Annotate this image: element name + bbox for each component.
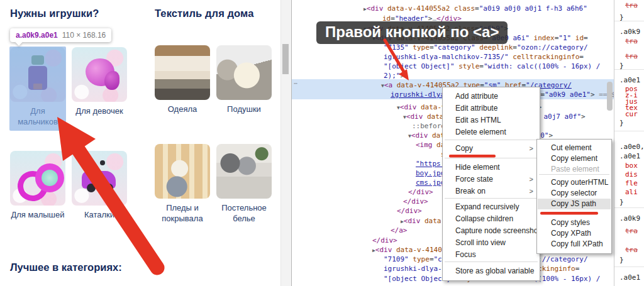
menu-item-expand-recursively[interactable]: Expand recursively [443, 201, 539, 213]
code-token-tag: <div [411, 131, 428, 140]
style-line-sel[interactable]: .a0k9 [619, 215, 640, 223]
menu-item-add-attribute[interactable]: Add attribute [443, 91, 539, 102]
menu-item-collapse-children[interactable]: Collapse children [443, 213, 539, 225]
style-rule-separator [614, 267, 644, 267]
pony-thumbnail[interactable] [72, 47, 127, 102]
code-token-tag: <img [416, 141, 433, 149]
menu-item-copy-js-path[interactable]: Copy JS path [538, 199, 611, 209]
category-tile[interactable]: Пледы и покрывала [155, 144, 210, 224]
menu-item-label: Break on [455, 187, 486, 195]
category-tile[interactable]: Подушки [216, 45, 272, 114]
style-line-prop[interactable]: dis [625, 171, 638, 179]
style-line-prop[interactable]: cur [625, 111, 638, 118]
dom-tree-line[interactable]: igrushki-dlya-malchikov-7135/" celltrack… [384, 52, 584, 62]
code-token-attr: data-v-414055a2 [383, 4, 454, 13]
menu-item-copy-selector[interactable]: Copy selector [538, 188, 611, 199]
menu-item-copy-xpath[interactable]: Copy XPath [538, 228, 611, 239]
menu-item-copy-full-xpath[interactable]: Copy full XPath [538, 239, 611, 250]
dom-tree-line[interactable]: </div> [397, 206, 422, 216]
dom-tree-line[interactable]: </a> [391, 226, 408, 235]
style-line-sel[interactable]: .a0e1 [619, 77, 640, 84]
submenu-arrow-icon: > [530, 173, 533, 185]
menu-item-delete-element[interactable]: Delete element [443, 126, 539, 138]
menu-item-label: Copy outerHTML [551, 178, 608, 187]
style-line-strike[interactable]: tra [625, 228, 638, 235]
style-line-brace[interactable]: } [619, 256, 624, 264]
code-token-tag: <div [375, 246, 392, 254]
style-line-sel[interactable]: .a0e1 [619, 274, 640, 282]
menu-item-label: Hide element [455, 163, 500, 172]
menu-item-label: Add attribute [455, 92, 498, 101]
menu-item-cut-element[interactable]: Cut element [538, 143, 611, 153]
pillows-thumbnail[interactable] [216, 45, 272, 100]
menu-item-hide-element[interactable]: Hide element [443, 162, 539, 173]
code-token-pun: = [579, 53, 584, 61]
code-token-val: "a0i9 a0j0 a0j1 f-h3 a6h6" [479, 4, 587, 13]
dom-tree-line[interactable]: 2);"> [384, 71, 404, 80]
menu-item-break-on[interactable]: Break on> [443, 185, 539, 197]
style-rule-separator [614, 207, 644, 208]
menu-item-capture-node-screenshot[interactable]: Capture node screenshot [443, 225, 539, 237]
dom-tree-line[interactable]: ::before [412, 121, 445, 131]
category-tile[interactable]: Для девочек [72, 47, 127, 127]
code-token-val: "[object Object]" [384, 62, 455, 70]
dom-tree-line[interactable]: </div> [408, 187, 433, 197]
section-title-textile: Текстиль для дома [155, 8, 280, 19]
bedding-thumbnail[interactable] [216, 144, 272, 199]
menu-item-copy[interactable]: Copy> [443, 143, 539, 155]
menu-item-paste-element[interactable]: Paste element [538, 164, 611, 175]
code-token-val: 2);" [384, 72, 401, 80]
menu-item-edit-as-html[interactable]: Edit as HTML [443, 114, 539, 126]
blankets-thumbnail[interactable] [155, 45, 210, 100]
dom-tree-line[interactable]: "7135" type="category" deeplink="ozon://… [384, 43, 588, 52]
plaids-thumbnail[interactable] [155, 144, 210, 199]
code-token-tag: </div> [408, 188, 433, 196]
menu-item-focus[interactable]: Focus [443, 249, 539, 261]
dom-tree-line[interactable]: </div> [403, 197, 428, 206]
style-line-brace[interactable]: } [619, 119, 624, 127]
rattle-thumbnail[interactable] [10, 151, 65, 206]
page-scrollbar-thumb[interactable] [282, 44, 289, 74]
style-line-strike[interactable]: tra [625, 38, 638, 45]
menu-item-scroll-into-view[interactable]: Scroll into view [443, 237, 539, 249]
node-more-actions-icon[interactable]: ⋯ [294, 80, 298, 87]
menu-item-label: Force state [455, 175, 493, 184]
inspect-tooltip-size: 110 × 168.16 [62, 31, 106, 40]
menu-item-force-state[interactable]: Force state> [443, 173, 539, 185]
car-thumbnail[interactable] [72, 151, 127, 206]
code-token-pun: = [430, 43, 434, 52]
menu-item-edit-attribute[interactable]: Edit attribute [443, 102, 539, 114]
menu-item-label: Scroll into view [455, 238, 506, 247]
style-line-brace[interactable]: } [619, 199, 624, 206]
category-tile[interactable]: Для малышей [10, 151, 65, 220]
menu-item-label: Store as global variable [455, 267, 534, 275]
style-line-sel[interactable]: .a0k9 [619, 28, 640, 36]
style-line-sel[interactable]: .a0e1 [619, 153, 640, 160]
style-line-prop[interactable]: ali [625, 189, 638, 196]
dom-tree-line[interactable]: "[object Object]" style="width: calc((10… [384, 62, 600, 71]
category-tile[interactable]: Каталки [72, 151, 127, 220]
category-tile[interactable]: Для мальчиков [10, 47, 65, 127]
menu-item-copy-outerhtml[interactable]: Copy outerHTML [538, 177, 611, 188]
submenu-arrow-icon: > [530, 143, 533, 155]
dom-tree-line[interactable]: ▶<div data-v-414055a2 class="a0i9 a0j0 a… [364, 4, 587, 14]
menu-item-copy-element[interactable]: Copy element [538, 153, 611, 164]
code-token-tag: <div [404, 217, 421, 225]
style-line-strike[interactable]: tra [625, 2, 638, 9]
style-rule-separator [614, 131, 644, 131]
style-line-strike[interactable]: tra [625, 246, 638, 254]
style-line-prop[interactable]: box [625, 162, 638, 170]
style-line-strike[interactable]: tra [625, 53, 638, 60]
menu-item-store-as-global-variable[interactable]: Store as global variable [443, 265, 539, 277]
style-line-prop[interactable]: fle [625, 180, 638, 187]
category-tile[interactable]: Одеяла [155, 45, 210, 114]
dom-tree-line[interactable]: </div> [372, 236, 397, 245]
code-token-pun: = [430, 255, 434, 263]
inspect-tooltip: a.a0k9.a0e1110 × 168.16 [10, 28, 111, 42]
code-token-tag: <a [384, 81, 392, 89]
style-line-sel[interactable]: .a0e0, [619, 143, 644, 151]
code-token-val: "width: calc((100% - 16px) / [484, 62, 600, 70]
category-tile[interactable]: Постельное белье [216, 144, 272, 224]
page-scrollbar-track[interactable] [280, 0, 291, 286]
menu-item-copy-styles[interactable]: Copy styles [538, 217, 611, 228]
